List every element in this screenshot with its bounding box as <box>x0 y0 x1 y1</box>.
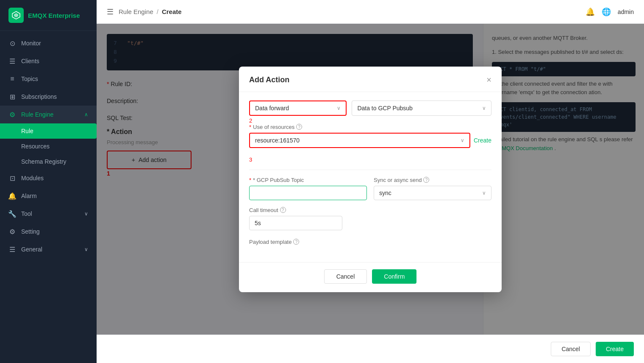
modal-close-button[interactable]: × <box>486 75 491 85</box>
monitor-icon: ⊙ <box>8 39 16 47</box>
sync-label: Sync or async send ? <box>374 177 491 183</box>
tool-icon: 🔧 <box>8 210 16 218</box>
general-icon: ☰ <box>8 246 16 253</box>
gcp-topic-label: * GCP PubSub Topic <box>249 177 367 183</box>
use-resources-row: Use of resources ? resource:161570 ∨ Cre… <box>249 124 491 148</box>
breadcrumb-parent[interactable]: Rule Engine <box>119 8 153 15</box>
sidebar-item-tool[interactable]: 🔧 Tool ∨ <box>0 205 97 223</box>
rule-engine-icon: ⚙ <box>8 111 16 118</box>
gcp-topic-input[interactable] <box>249 186 367 200</box>
sync-help-icon[interactable]: ? <box>423 177 429 183</box>
sync-select[interactable]: sync ∨ <box>374 186 491 200</box>
action-type-select[interactable]: Data forward ∨ <box>249 101 347 116</box>
hamburger-icon[interactable]: ☰ <box>107 7 114 17</box>
sidebar-sub-resources[interactable]: Resources <box>0 139 97 154</box>
modal-confirm-button[interactable]: Confirm <box>372 269 416 284</box>
resource-select[interactable]: resource:161570 ∨ <box>249 133 470 148</box>
sidebar-item-label: Monitor <box>21 40 41 47</box>
topbar: ☰ Rule Engine / Create 🔔 🌐 admin <box>97 0 644 24</box>
modal-header: Add Action × <box>239 67 502 92</box>
sidebar-item-label: Subscriptions <box>21 93 57 100</box>
alarm-icon: 🔔 <box>8 192 16 200</box>
sync-value: sync <box>379 190 391 196</box>
sub-rule-label: Rule <box>21 128 33 134</box>
sidebar-nav: ⊙ Monitor ☰ Clients ≡ Topics ⊞ Subscript… <box>0 31 97 363</box>
create-resource-link[interactable]: Create <box>474 137 491 144</box>
sidebar-sub-schema-registry[interactable]: Schema Registry <box>0 154 97 169</box>
sidebar-item-label: Topics <box>21 75 38 82</box>
sidebar-item-subscriptions[interactable]: ⊞ Subscriptions <box>0 88 97 106</box>
payload-row: Payload template ? <box>249 239 491 245</box>
bottom-bar: Cancel Create <box>97 335 644 363</box>
resource-chevron-icon: ∨ <box>461 137 464 143</box>
modal-overlay[interactable]: Add Action × Data forward ∨ Data to GCP … <box>97 24 644 335</box>
sub-resources-label: Resources <box>21 143 50 150</box>
sidebar-item-modules[interactable]: ⊡ Modules <box>0 169 97 187</box>
timeout-row: Call timeout ? <box>249 207 491 230</box>
svg-marker-1 <box>14 13 18 17</box>
sync-col: Sync or async send ? sync ∨ <box>374 177 491 200</box>
sidebar-sub-rule[interactable]: Rule <box>0 123 97 139</box>
use-resources-label: Use of resources ? <box>249 124 491 130</box>
sidebar-item-alarm[interactable]: 🔔 Alarm <box>0 187 97 205</box>
chevron-down-icon-sub: ∨ <box>482 105 486 111</box>
modal-footer: Cancel Confirm <box>239 262 502 292</box>
sidebar-item-setting[interactable]: ⚙ Setting <box>0 223 97 240</box>
sidebar-item-label: Alarm <box>21 193 37 199</box>
breadcrumb-current: Create <box>162 8 182 15</box>
clients-icon: ☰ <box>8 57 16 65</box>
sidebar-item-topics[interactable]: ≡ Topics <box>0 70 97 88</box>
bell-icon[interactable]: 🔔 <box>586 7 595 17</box>
gcp-topic-col: * GCP PubSub Topic <box>249 177 367 200</box>
action-sub-select[interactable]: Data to GCP Pubsub ∨ <box>352 101 491 116</box>
action-sub-value: Data to GCP Pubsub <box>357 105 412 112</box>
sidebar-item-label: Setting <box>21 228 40 235</box>
logo-text: EMQX Enterprise <box>28 12 80 19</box>
sidebar-item-clients[interactable]: ☰ Clients <box>0 52 97 70</box>
setting-icon: ⚙ <box>8 228 16 235</box>
chevron-down-icon-action: ∨ <box>337 105 341 111</box>
two-col-row: * GCP PubSub Topic Sync or async send ? … <box>249 177 491 200</box>
page-content: 7"t/#" 8 9 Rule ID: Description: SQL Tes… <box>97 24 644 335</box>
admin-label: admin <box>618 8 634 15</box>
add-action-modal: Add Action × Data forward ∨ Data to GCP … <box>239 67 502 292</box>
action-type-value: Data forward <box>255 105 289 112</box>
chevron-down-icon-2: ∨ <box>84 246 88 252</box>
logo-area: EMQX Enterprise <box>0 0 97 31</box>
timeout-input[interactable] <box>249 216 342 230</box>
use-resources-help-icon[interactable]: ? <box>296 124 302 130</box>
modal-title: Add Action <box>249 75 289 84</box>
modules-icon: ⊡ <box>8 174 16 182</box>
sidebar-item-label: Tool <box>21 210 32 217</box>
resource-value: resource:161570 <box>255 137 300 144</box>
breadcrumb-separator: / <box>157 8 158 15</box>
sidebar-item-label: Modules <box>21 175 44 182</box>
sidebar-item-general[interactable]: ☰ General ∨ <box>0 240 97 258</box>
timeout-help-icon[interactable]: ? <box>280 207 286 213</box>
modal-cancel-button[interactable]: Cancel <box>324 269 367 284</box>
section-divider <box>249 170 491 170</box>
logo-icon <box>8 8 24 23</box>
cancel-button[interactable]: Cancel <box>551 342 591 356</box>
sidebar-item-monitor[interactable]: ⊙ Monitor <box>0 34 97 52</box>
sub-schema-label: Schema Registry <box>21 158 67 165</box>
chevron-down-icon: ∨ <box>84 211 88 217</box>
topbar-right: 🔔 🌐 admin <box>586 7 634 17</box>
resource-select-row: resource:161570 ∨ Create <box>249 133 491 148</box>
sidebar-item-label: General <box>21 246 42 253</box>
create-button[interactable]: Create <box>596 342 634 356</box>
sidebar-item-label: Clients <box>21 58 39 64</box>
payload-help-icon[interactable]: ? <box>293 239 299 245</box>
payload-label: Payload template ? <box>249 239 491 245</box>
modal-body: Data forward ∨ Data to GCP Pubsub ∨ 2 Us… <box>239 92 502 262</box>
step-3-badge: 3 <box>249 156 491 163</box>
sidebar-item-rule-engine[interactable]: ⚙ Rule Engine ∧ <box>0 106 97 123</box>
topics-icon: ≡ <box>8 75 16 83</box>
sidebar: EMQX Enterprise ⊙ Monitor ☰ Clients ≡ To… <box>0 0 97 363</box>
globe-icon[interactable]: 🌐 <box>602 7 611 17</box>
timeout-label: Call timeout ? <box>249 207 491 213</box>
breadcrumb: Rule Engine / Create <box>119 8 182 15</box>
sync-chevron-icon: ∨ <box>482 190 486 196</box>
subscriptions-icon: ⊞ <box>8 93 16 101</box>
sidebar-item-label: Rule Engine <box>21 111 53 118</box>
